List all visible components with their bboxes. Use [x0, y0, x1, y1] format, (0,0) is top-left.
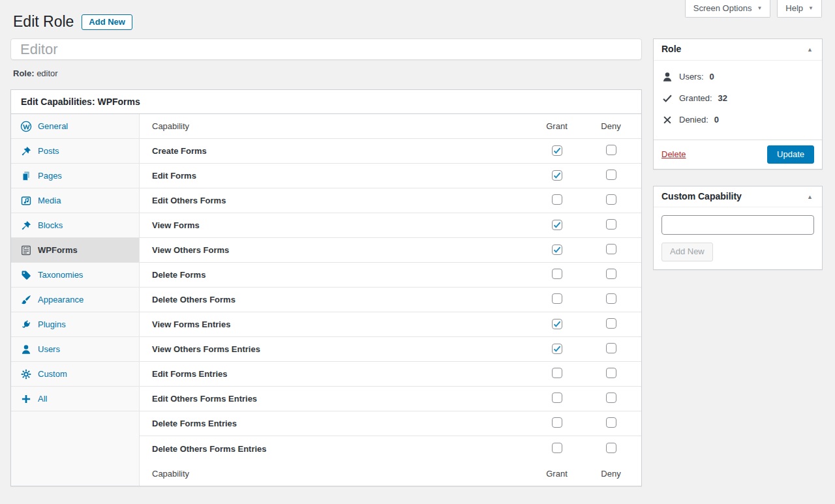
brush-icon [20, 294, 32, 306]
sidebar-item-label: General [38, 121, 68, 131]
sidebar-item-blocks[interactable]: Blocks [11, 213, 139, 238]
sidebar-item-label: Blocks [38, 220, 63, 230]
stat-value: 32 [718, 93, 727, 103]
collapse-toggle-icon[interactable]: ▲ [804, 45, 815, 54]
grant-cell [530, 319, 584, 331]
grant-checkbox[interactable] [552, 368, 562, 378]
sidebar-item-label: WPForms [38, 245, 78, 255]
grant-cell [530, 220, 584, 231]
gear-icon [20, 368, 32, 380]
deny-checkbox[interactable] [606, 293, 616, 304]
grant-checkbox[interactable] [552, 344, 562, 354]
deny-checkbox[interactable] [606, 170, 616, 180]
capabilities-box-title: Edit Capabilities: WPForms [11, 90, 641, 114]
grant-checkbox[interactable] [552, 145, 562, 156]
custom-capability-title: Custom Capability [661, 190, 742, 203]
grant-checkbox[interactable] [552, 319, 562, 329]
deny-checkbox[interactable] [606, 244, 616, 254]
deny-checkbox[interactable] [606, 368, 616, 378]
grant-checkbox[interactable] [552, 443, 562, 453]
sidebar-item-label: Plugins [38, 319, 66, 329]
column-header-grant: Grant [530, 121, 584, 131]
sidebar-item-general[interactable]: General [11, 114, 139, 139]
meta-tab-label: Screen Options [693, 3, 752, 13]
sidebar-item-label: Posts [38, 146, 59, 156]
sidebar-item-appearance[interactable]: Appearance [11, 288, 139, 312]
sidebar-item-posts[interactable]: Posts [11, 139, 139, 164]
deny-checkbox[interactable] [606, 343, 616, 353]
deny-cell [584, 170, 638, 182]
deny-cell [584, 417, 638, 430]
grant-cell [530, 194, 584, 207]
collapse-toggle-icon[interactable]: ▲ [804, 192, 815, 201]
capability-rows: Create FormsEdit FormsEdit Others FormsV… [140, 139, 641, 461]
capability-label: Delete Forms Entries [152, 419, 530, 428]
grant-checkbox[interactable] [552, 417, 562, 428]
grant-cell [530, 443, 584, 455]
delete-role-link[interactable]: Delete [661, 149, 686, 159]
plus-icon [20, 393, 32, 405]
capability-row: Delete Forms [140, 263, 641, 288]
deny-checkbox[interactable] [606, 219, 616, 230]
grant-cell [530, 393, 584, 405]
x-icon [661, 114, 673, 126]
capability-row: Create Forms [140, 139, 641, 164]
capability-table: Capability Grant Deny Create FormsEdit F… [140, 114, 641, 486]
grant-checkbox[interactable] [552, 194, 562, 205]
capability-label: Delete Others Forms Entries [152, 444, 530, 454]
update-role-button[interactable]: Update [767, 145, 814, 164]
custom-add-new-button[interactable]: Add New [661, 243, 713, 261]
sidebar-item-users[interactable]: Users [11, 337, 139, 362]
capability-label: View Others Forms [152, 245, 530, 255]
role-stats: Users:0Granted:32Denied:0 [654, 61, 822, 140]
deny-cell [584, 393, 638, 405]
capability-row: View Others Forms [140, 238, 641, 263]
sidebar-empty-area [11, 411, 139, 486]
deny-checkbox[interactable] [606, 269, 616, 279]
capabilities-grid: GeneralPostsPagesMediaBlocksWPFormsTaxon… [11, 114, 641, 486]
deny-checkbox[interactable] [606, 417, 616, 428]
sidebar-item-label: All [38, 394, 47, 404]
capability-label: View Forms Entries [152, 319, 530, 329]
sidebar-item-wpforms[interactable]: WPForms [11, 238, 139, 263]
sidebar-item-custom[interactable]: Custom [11, 362, 139, 387]
main-column: Role: editor Edit Capabilities: WPForms … [10, 38, 642, 486]
grant-checkbox[interactable] [552, 245, 562, 255]
deny-checkbox[interactable] [606, 443, 616, 453]
meta-tab-screen-options[interactable]: Screen Options▼ [685, 0, 771, 18]
capability-label: Delete Forms [152, 270, 530, 280]
grant-checkbox[interactable] [552, 269, 562, 279]
deny-cell [584, 293, 638, 306]
meta-tab-help[interactable]: Help▼ [777, 0, 822, 18]
sidebar-item-all[interactable]: All [11, 387, 139, 411]
sidebar-item-taxonomies[interactable]: Taxonomies [11, 263, 139, 288]
custom-capability-input[interactable] [661, 215, 814, 235]
deny-cell [584, 269, 638, 281]
deny-checkbox[interactable] [606, 393, 616, 403]
column-footer-capability: Capability [152, 469, 530, 479]
capability-row: Delete Others Forms Entries [140, 436, 641, 461]
grant-checkbox[interactable] [552, 393, 562, 403]
grant-checkbox[interactable] [552, 220, 562, 230]
role-name-input[interactable] [10, 38, 642, 60]
sidebar-item-pages[interactable]: Pages [11, 164, 139, 188]
capability-row: Delete Forms Entries [140, 411, 641, 436]
sidebar-item-plugins[interactable]: Plugins [11, 312, 139, 337]
sidebar-item-label: Taxonomies [38, 270, 83, 280]
column-header-deny: Deny [584, 121, 638, 131]
grant-cell [530, 344, 584, 355]
grant-checkbox[interactable] [552, 170, 562, 181]
grant-checkbox[interactable] [552, 293, 562, 304]
capability-label: Edit Others Forms [152, 196, 530, 205]
deny-checkbox[interactable] [606, 194, 616, 205]
user-icon [661, 71, 673, 83]
deny-checkbox[interactable] [606, 145, 616, 155]
add-new-role-button[interactable]: Add New [82, 14, 132, 30]
deny-checkbox[interactable] [606, 318, 616, 329]
sidebar-item-label: Users [38, 344, 60, 354]
sidebar-item-media[interactable]: Media [11, 188, 139, 213]
pushpin-icon [20, 220, 32, 231]
custom-capability-body: Add New [654, 207, 822, 269]
user-icon [20, 344, 32, 355]
stat-label: Users: [679, 72, 704, 82]
